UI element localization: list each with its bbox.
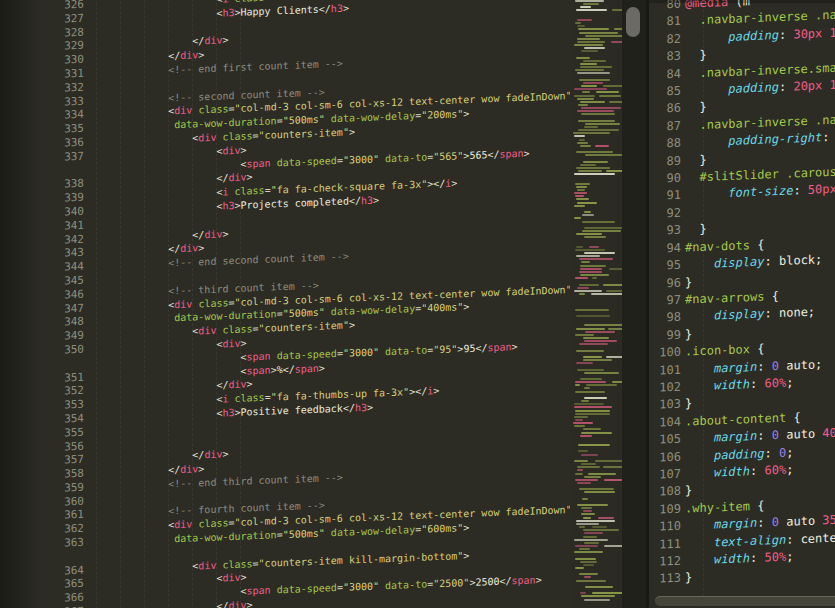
line-number: 89 bbox=[649, 152, 685, 171]
minimap-line bbox=[576, 350, 604, 352]
minimap-line bbox=[614, 28, 622, 30]
minimap-line bbox=[581, 85, 598, 87]
minimap-line bbox=[577, 287, 589, 289]
minimap-line bbox=[575, 558, 596, 560]
line-number: 92 bbox=[649, 204, 685, 223]
minimap-line bbox=[577, 466, 600, 468]
minimap-line bbox=[577, 72, 610, 74]
minimap-line bbox=[574, 44, 604, 46]
minimap-line bbox=[577, 504, 608, 506]
minimap-line bbox=[581, 107, 621, 109]
minimap-line bbox=[588, 473, 617, 475]
minimap-line bbox=[575, 334, 594, 336]
minimap-line bbox=[574, 416, 588, 418]
minimap-line bbox=[575, 183, 590, 185]
minimap-line bbox=[583, 529, 619, 531]
minimap-line bbox=[582, 214, 594, 216]
minimap-line bbox=[583, 510, 591, 512]
line-number: 111 bbox=[649, 535, 685, 554]
minimap-line bbox=[584, 324, 622, 326]
minimap-line bbox=[584, 340, 617, 342]
minimap-line bbox=[577, 202, 596, 204]
editor-pane-css[interactable]: 80@media (m81 .navbar-inverse .navb82 pa… bbox=[649, 0, 835, 608]
minimap-line bbox=[603, 85, 622, 87]
minimap-line bbox=[580, 63, 597, 65]
minimap-line bbox=[577, 41, 605, 43]
line-number: 86 bbox=[649, 100, 685, 119]
minimap-line bbox=[592, 277, 597, 279]
code-text: #nav-dots { bbox=[685, 237, 765, 254]
minimap-line bbox=[574, 290, 602, 292]
line-number: 97 bbox=[649, 292, 685, 311]
minimap-line bbox=[599, 95, 621, 97]
minimap-line bbox=[576, 315, 611, 317]
minimap-line bbox=[583, 356, 602, 358]
line-number: 101 bbox=[649, 361, 685, 380]
minimap-line bbox=[584, 252, 615, 254]
minimap-line bbox=[583, 564, 594, 566]
code-text: } bbox=[685, 397, 692, 411]
vertical-scrollbar-track[interactable] bbox=[622, 0, 646, 608]
line-number bbox=[0, 366, 96, 370]
minimap-line bbox=[578, 170, 601, 172]
minimap-line bbox=[578, 444, 610, 446]
minimap-line bbox=[584, 576, 591, 578]
code-text: width: 60%; bbox=[685, 462, 793, 480]
minimap-line bbox=[583, 536, 597, 538]
minimap-line bbox=[608, 328, 622, 330]
horizontal-scrollbar-thumb[interactable] bbox=[655, 596, 835, 606]
minimap-line bbox=[577, 142, 588, 144]
minimap-line bbox=[576, 57, 590, 59]
html-code-lines: 326 <i class="327 <h3>Happy Clients</h3>… bbox=[0, 0, 570, 608]
minimap-line bbox=[589, 246, 599, 248]
minimap-line bbox=[584, 372, 619, 374]
minimap-line bbox=[584, 491, 615, 493]
code-text: } bbox=[685, 222, 707, 237]
minimap[interactable] bbox=[570, 0, 622, 608]
minimap-line bbox=[574, 217, 581, 219]
minimap-line bbox=[580, 378, 602, 380]
line-number: 96 bbox=[649, 274, 685, 293]
minimap-line bbox=[573, 132, 610, 134]
minimap-line bbox=[586, 384, 617, 386]
minimap-line bbox=[579, 526, 585, 528]
code-text: } bbox=[685, 275, 692, 289]
code-text: display: none; bbox=[685, 305, 815, 324]
minimap-line bbox=[585, 331, 615, 333]
minimap-line bbox=[584, 476, 601, 478]
minimap-line bbox=[574, 205, 586, 207]
minimap-line bbox=[583, 3, 599, 5]
minimap-line bbox=[575, 249, 605, 251]
minimap-line bbox=[579, 258, 613, 260]
minimap-line bbox=[577, 482, 591, 484]
minimap-line bbox=[575, 195, 584, 197]
minimap-line bbox=[576, 198, 589, 200]
minimap-line bbox=[576, 233, 602, 235]
line-number: 113 bbox=[649, 570, 685, 589]
minimap-line bbox=[577, 38, 600, 40]
minimap-line bbox=[592, 592, 622, 594]
line-number: 100 bbox=[649, 344, 685, 363]
editor-pane-html[interactable]: 326 <i class="327 <h3>Happy Clients</h3>… bbox=[0, 0, 570, 608]
code-text: @media (m bbox=[685, 0, 750, 11]
minimap-line bbox=[579, 488, 614, 490]
minimap-line bbox=[579, 284, 599, 286]
minimap-line bbox=[583, 161, 608, 163]
line-number: 102 bbox=[649, 379, 685, 398]
minimap-line bbox=[575, 22, 580, 24]
line-number: 88 bbox=[649, 135, 685, 154]
minimap-line bbox=[581, 463, 595, 465]
minimap-line bbox=[585, 35, 622, 37]
line-number: 105 bbox=[649, 431, 685, 450]
code-text: } bbox=[685, 48, 707, 63]
minimap-line bbox=[579, 32, 618, 34]
minimap-line bbox=[577, 189, 584, 191]
minimap-line bbox=[578, 120, 616, 122]
minimap-line bbox=[580, 561, 597, 563]
minimap-line bbox=[581, 513, 595, 515]
line-number: 87 bbox=[649, 117, 685, 136]
minimap-line bbox=[576, 186, 587, 188]
vertical-scrollbar-thumb[interactable] bbox=[626, 7, 640, 37]
minimap-line bbox=[574, 539, 609, 541]
minimap-line bbox=[580, 66, 612, 68]
